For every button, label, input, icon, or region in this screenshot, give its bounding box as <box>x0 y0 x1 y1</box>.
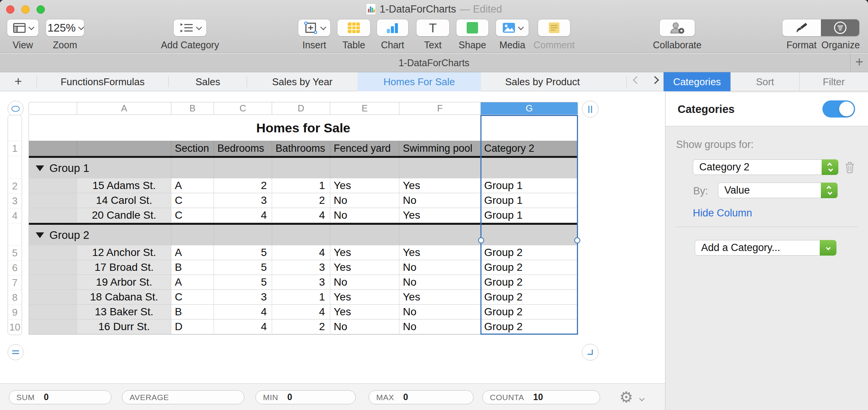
resize-corner-icon[interactable] <box>582 344 599 361</box>
header-cell-bedrooms[interactable]: Bedrooms <box>214 141 272 156</box>
table-cell[interactable]: Group 2 <box>481 305 578 319</box>
previous-sheet-icon[interactable] <box>633 76 641 84</box>
column-letter-B[interactable]: B <box>171 102 214 114</box>
header-cell-category-2[interactable]: Category 2 <box>481 141 578 156</box>
table-cell[interactable]: Group 2 <box>481 319 578 334</box>
table-cell[interactable]: Group 2 <box>481 290 578 305</box>
table-cell[interactable]: 2 <box>272 319 330 334</box>
table-cell[interactable]: Group 1 <box>481 193 578 208</box>
table-cell[interactable]: Yes <box>399 290 481 305</box>
group-row-cell[interactable] <box>399 225 481 245</box>
sheet-tab-sales-by-product[interactable]: Sales by Product <box>481 72 604 91</box>
table-cell[interactable]: No <box>330 319 399 334</box>
table-cell[interactable]: Yes <box>330 290 399 305</box>
hide-column-link[interactable]: Hide Column <box>693 207 752 219</box>
group-row-cell[interactable] <box>481 158 578 178</box>
trash-icon[interactable] <box>844 161 855 174</box>
table-cell[interactable]: 3 <box>272 275 330 290</box>
table-cell[interactable]: No <box>399 260 481 275</box>
table-cell[interactable] <box>29 178 77 193</box>
table-cell[interactable]: D <box>171 319 214 334</box>
organize-button[interactable] <box>821 19 859 36</box>
table-cell[interactable]: 3 <box>214 290 272 305</box>
table-cell[interactable]: Group 1 <box>481 208 578 223</box>
table-cell[interactable] <box>29 305 77 319</box>
zoom-button[interactable]: 125% <box>46 19 84 37</box>
row-number-10[interactable]: 10 <box>8 320 22 335</box>
add-a-category-select[interactable]: Add a Category... <box>695 240 836 256</box>
table-cell[interactable]: No <box>399 319 481 334</box>
sheet-tab-homes-for-sale[interactable]: Homes For Sale <box>358 72 481 91</box>
table-cell[interactable]: C <box>171 208 214 223</box>
table-cell[interactable]: A <box>171 245 214 260</box>
panel-tab-filter[interactable]: Filter <box>799 72 868 91</box>
add-category-button[interactable] <box>173 19 207 37</box>
table-cell[interactable]: 17 Broad St. <box>77 260 171 275</box>
row-number-2[interactable]: 2 <box>8 179 22 194</box>
group-row-cell[interactable] <box>272 158 330 178</box>
column-letter-A[interactable]: A <box>77 102 171 114</box>
view-button[interactable] <box>7 19 39 37</box>
table-cell[interactable]: 4 <box>272 245 330 260</box>
table-cell[interactable]: 16 Durr St. <box>77 319 171 334</box>
table-cell[interactable]: C <box>171 193 214 208</box>
sheet-tab-sales[interactable]: Sales <box>169 72 247 91</box>
panel-tab-categories[interactable]: Categories <box>664 72 730 91</box>
table-cell[interactable] <box>29 208 77 223</box>
table-cell[interactable]: 4 <box>272 305 330 319</box>
disclosure-triangle-icon[interactable] <box>36 232 44 238</box>
row-number-7[interactable]: 7 <box>8 275 22 290</box>
table-cell[interactable]: 5 <box>214 260 272 275</box>
stat-pill-counta[interactable]: COUNTA10 <box>482 390 600 404</box>
comment-button[interactable] <box>538 19 570 37</box>
table-cell[interactable]: Yes <box>330 305 399 319</box>
table-cell[interactable]: 5 <box>214 275 272 290</box>
next-sheet-icon[interactable] <box>651 76 659 84</box>
table-cell[interactable]: 2 <box>272 193 330 208</box>
table-cell[interactable]: 1 <box>272 178 330 193</box>
format-button[interactable] <box>782 19 821 36</box>
table-cell[interactable]: Yes <box>399 178 481 193</box>
table-cell[interactable]: 15 Adams St. <box>77 178 171 193</box>
table-cell[interactable]: 4 <box>214 208 272 223</box>
table-cell[interactable] <box>29 260 77 275</box>
group-row-cell[interactable] <box>481 225 578 245</box>
table-cell[interactable]: Yes <box>330 245 399 260</box>
row-number-9[interactable]: 9 <box>8 305 22 320</box>
sheet-tab-functionsformulas[interactable]: FunctionsFormulas <box>36 72 169 91</box>
group-row-cell[interactable] <box>214 225 272 245</box>
table-cell[interactable]: Group 1 <box>481 178 578 193</box>
row-number-4[interactable]: 4 <box>8 208 22 223</box>
table-cell[interactable]: Yes <box>399 245 481 260</box>
table-cell[interactable]: Yes <box>330 260 399 275</box>
row-number-6[interactable]: 6 <box>8 261 22 275</box>
table-cell[interactable]: No <box>399 275 481 290</box>
select-all-handle[interactable] <box>8 101 24 117</box>
table-cell[interactable] <box>29 245 77 260</box>
chart-button[interactable] <box>377 19 409 37</box>
table-button[interactable] <box>337 19 371 37</box>
table-cell[interactable]: No <box>399 193 481 208</box>
table-cell[interactable]: No <box>399 305 481 319</box>
chevron-down-icon[interactable] <box>639 396 645 401</box>
disclosure-triangle-icon[interactable] <box>36 165 44 171</box>
column-letter-E[interactable]: E <box>330 102 399 114</box>
row-number-5[interactable]: 5 <box>8 246 22 261</box>
header-cell-blank[interactable] <box>77 141 171 156</box>
table-cell[interactable]: 4 <box>214 305 272 319</box>
table-cell[interactable]: 3 <box>214 193 272 208</box>
column-letter-F[interactable]: F <box>399 102 481 114</box>
group-row-cell[interactable] <box>171 225 214 245</box>
table-cell[interactable]: Group 2 <box>481 260 578 275</box>
group-by-select[interactable]: Category 2 <box>693 159 838 175</box>
gear-icon[interactable]: ⚙ <box>619 388 633 406</box>
table-cell[interactable]: Group 2 <box>481 245 578 260</box>
header-cell-blank[interactable] <box>29 141 77 156</box>
categories-toggle[interactable] <box>822 100 855 118</box>
table-cell[interactable]: No <box>330 193 399 208</box>
group-row-cell[interactable] <box>330 225 399 245</box>
add-panel-button[interactable]: + <box>850 54 868 72</box>
row-number-8[interactable]: 8 <box>8 290 22 305</box>
add-column-icon[interactable] <box>582 101 599 118</box>
column-letter-D[interactable]: D <box>272 102 330 114</box>
